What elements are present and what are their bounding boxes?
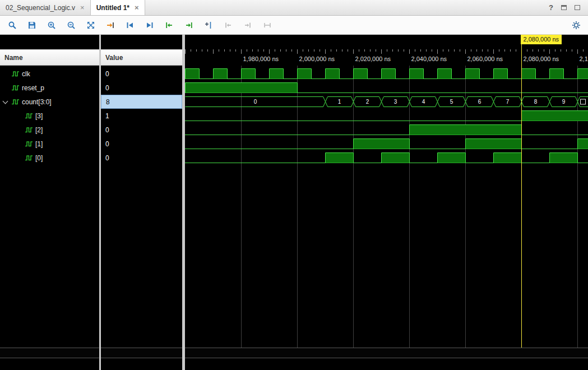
gear-icon [572,21,581,30]
go-to-time-zero-button[interactable] [161,17,177,33]
signal-names-panel: Name clkreset_pcount[3:0][3][2][1][0] [0,35,99,370]
signal-name-label: [2] [35,126,43,134]
svg-text:4: 4 [422,99,425,105]
add-marker-button[interactable] [200,17,216,33]
svg-text:7: 7 [506,99,510,105]
svg-text:2,020,000 ns: 2,020,000 ns [355,55,391,62]
svg-text:2,040,000 ns: 2,040,000 ns [411,55,447,62]
zoom-in-icon [47,21,56,30]
next-transition-button[interactable] [141,17,158,33]
signal-value-cell[interactable]: 8 [101,95,182,109]
svg-text:2: 2 [366,99,369,105]
svg-text:3: 3 [394,99,397,105]
zoom-fit-button[interactable] [82,17,99,33]
value-header-label: Value [105,54,123,62]
waveform-toolbar [0,16,588,35]
goto-time-button[interactable] [102,17,118,33]
signal-row[interactable]: [3] [0,109,99,123]
find-button[interactable] [4,17,20,33]
go-to-last-time-button[interactable] [180,17,197,33]
next-transition-icon [145,21,154,30]
horizontal-scrollbar[interactable] [185,348,588,358]
measure-icon [263,21,272,30]
zoom-fit-icon [86,21,95,30]
signal-value-label: 1 [105,112,109,120]
close-icon[interactable]: × [135,4,139,11]
svg-text:0: 0 [254,99,257,105]
signal-row[interactable]: [0] [0,151,99,165]
tab-label: 02_Sequencial_Logic.v [6,4,75,12]
svg-text:5: 5 [450,99,453,105]
name-header-label: Name [4,54,23,62]
measure-button[interactable] [259,17,275,33]
signal-value-cell[interactable]: 0 [101,137,182,151]
signal-value-cell[interactable]: 0 [101,67,182,81]
svg-text:1: 1 [338,99,341,105]
previous-transition-button[interactable] [122,17,138,33]
signal-value-label: 8 [106,98,110,106]
signal-value-rows: 0081000 [101,67,182,165]
tab-source-file[interactable]: 02_Sequencial_Logic.v × [0,0,91,15]
signal-row[interactable]: [1] [0,137,99,151]
horizontal-scrollbar[interactable] [0,348,99,358]
signal-row[interactable]: count[3:0] [0,95,99,109]
signal-icon [11,98,20,105]
signal-row[interactable]: clk [0,67,99,81]
svg-text:8: 8 [534,99,538,105]
previous-marker-button[interactable] [220,17,236,33]
close-icon[interactable]: × [80,4,85,11]
signal-value-label: 0 [105,70,109,78]
signal-name-label: [1] [35,140,43,148]
signal-value-cell[interactable]: 1 [101,109,182,123]
signal-value-cell[interactable]: 0 [101,81,182,95]
zoom-in-button[interactable] [43,17,59,33]
waveform-canvas[interactable]: 1,980,000 ns2,000,000 ns2,020,000 ns2,04… [185,35,588,370]
name-column-header[interactable]: Name [0,49,99,66]
signal-value-label: 0 [105,126,109,134]
signal-name-label: count[3:0] [22,98,52,106]
cursor-time-badge[interactable]: 2,080,000 ns [521,35,562,44]
horizontal-scrollbar[interactable] [101,348,182,358]
signal-icon [25,140,33,147]
settings-button[interactable] [568,17,584,33]
float-icon[interactable] [561,5,567,10]
signal-name-label: clk [22,70,30,78]
tab-bar: 02_Sequencial_Logic.v × Untitled 1* × ? [0,0,588,16]
expand-chevron-icon[interactable] [3,99,8,104]
zoom-out-button[interactable] [63,17,79,33]
waveform-viewer: Name clkreset_pcount[3:0][3][2][1][0] Va… [0,35,588,370]
signal-value-cell[interactable]: 0 [101,123,182,137]
tab-untitled-waveform[interactable]: Untitled 1* × [91,0,145,15]
signal-icon [25,126,33,133]
save-button[interactable] [24,17,40,33]
signal-icon [11,84,20,91]
signal-name-rows: clkreset_pcount[3:0][3][2][1][0] [0,67,99,165]
goto-time-icon [106,21,115,30]
signal-icon [25,112,33,119]
svg-text:2,000,000 ns: 2,000,000 ns [299,55,335,62]
previous-transition-icon [126,21,135,30]
svg-text:1,980,000 ns: 1,980,000 ns [243,55,279,62]
svg-text:9: 9 [562,99,566,105]
panel-splitter[interactable] [182,35,185,370]
tab-label: Untitled 1* [96,4,129,12]
signal-icon [25,154,33,161]
signal-row[interactable]: [2] [0,123,99,137]
zoom-out-icon [67,21,76,30]
signal-row[interactable]: reset_p [0,81,99,95]
signal-name-label: [3] [35,112,43,120]
waveform-plot[interactable]: 1,980,000 ns2,000,000 ns2,020,000 ns2,04… [185,35,588,370]
help-icon[interactable]: ? [549,3,553,12]
panel-splitter[interactable] [99,35,101,370]
maximize-icon[interactable] [575,5,580,10]
signal-value-cell[interactable]: 0 [101,151,182,165]
signal-icon [11,70,20,77]
add-marker-icon [204,21,213,30]
signal-value-label: 0 [105,154,109,162]
svg-text:2,080,000 ns: 2,080,000 ns [524,55,559,62]
save-icon [27,21,36,30]
svg-text:2,060,000 ns: 2,060,000 ns [467,55,503,62]
value-column-header[interactable]: Value [101,49,182,66]
next-marker-button[interactable] [239,17,256,33]
next-marker-icon [243,21,252,30]
